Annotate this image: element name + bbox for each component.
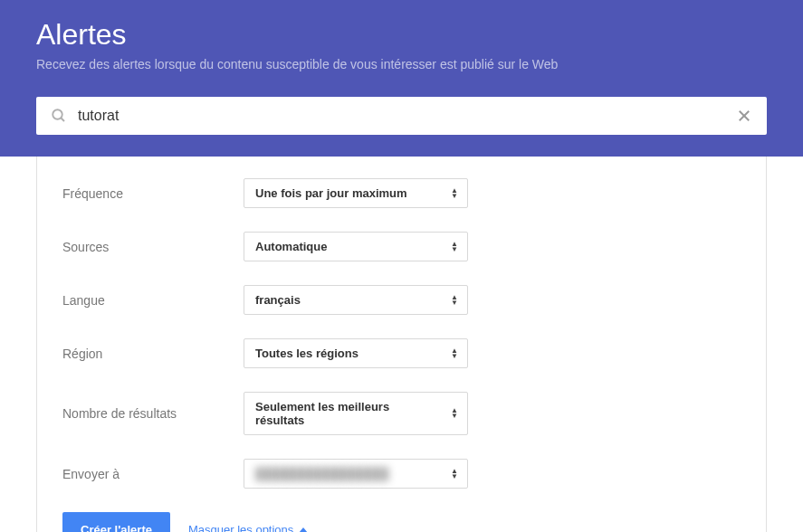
row-deliver-to: Envoyer à ████████████████ ▲▼ <box>62 459 741 489</box>
toggle-options-label: Masquer les options <box>188 523 293 532</box>
svg-point-0 <box>53 109 62 119</box>
select-arrows-icon: ▲▼ <box>451 188 458 199</box>
select-arrows-icon: ▲▼ <box>451 242 458 252</box>
toggle-options-link[interactable]: Masquer les options <box>188 523 308 532</box>
label-results-count: Nombre de résultats <box>62 406 244 421</box>
row-sources: Sources Automatique ▲▼ <box>62 232 741 261</box>
label-language: Langue <box>62 293 244 308</box>
create-alert-button[interactable]: Créer l'alerte <box>62 512 170 532</box>
options-panel: Fréquence Une fois par jour maximum ▲▼ S… <box>36 157 767 532</box>
clear-icon[interactable] <box>736 108 752 124</box>
label-deliver-to: Envoyer à <box>62 467 244 481</box>
search-box <box>36 97 767 135</box>
page-title: Alertes <box>36 18 767 52</box>
search-icon <box>51 108 67 124</box>
label-frequency: Fréquence <box>62 186 244 201</box>
label-region: Région <box>62 347 244 361</box>
label-sources: Sources <box>62 240 244 254</box>
select-results-count[interactable]: Seulement les meilleurs résultats ▲▼ <box>244 392 468 435</box>
select-frequency[interactable]: Une fois par jour maximum ▲▼ <box>244 178 468 208</box>
select-region-value: Toutes les régions <box>255 347 358 360</box>
select-deliver-to[interactable]: ████████████████ ▲▼ <box>244 459 468 489</box>
select-arrows-icon: ▲▼ <box>451 469 458 480</box>
select-region[interactable]: Toutes les régions ▲▼ <box>244 338 468 368</box>
select-language[interactable]: français ▲▼ <box>244 285 468 315</box>
row-region: Région Toutes les régions ▲▼ <box>62 338 741 368</box>
select-sources[interactable]: Automatique ▲▼ <box>244 232 468 261</box>
svg-line-1 <box>61 118 64 121</box>
search-input[interactable] <box>78 108 736 124</box>
select-arrows-icon: ▲▼ <box>451 408 458 419</box>
row-results-count: Nombre de résultats Seulement les meille… <box>62 392 741 435</box>
header: Alertes Recevez des alertes lorsque du c… <box>0 0 803 157</box>
select-arrows-icon: ▲▼ <box>451 295 458 306</box>
triangle-up-icon <box>299 527 308 533</box>
action-row: Créer l'alerte Masquer les options <box>62 512 741 532</box>
row-language: Langue français ▲▼ <box>62 285 741 315</box>
select-language-value: français <box>255 293 301 307</box>
select-sources-value: Automatique <box>255 240 327 253</box>
select-deliver-to-value: ████████████████ <box>255 467 388 480</box>
page-subtitle: Recevez des alertes lorsque du contenu s… <box>36 57 767 71</box>
select-arrows-icon: ▲▼ <box>451 348 458 359</box>
select-results-count-value: Seulement les meilleurs résultats <box>255 400 389 427</box>
select-frequency-value: Une fois par jour maximum <box>255 186 407 200</box>
row-frequency: Fréquence Une fois par jour maximum ▲▼ <box>62 178 741 208</box>
